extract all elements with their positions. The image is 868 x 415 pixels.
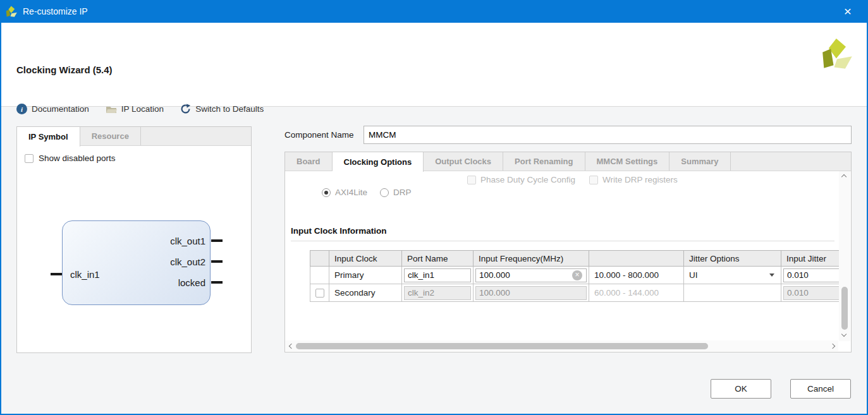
- horizontal-scroll-thumb[interactable]: [296, 343, 708, 349]
- axi4lite-option[interactable]: AXI4Lite: [322, 188, 367, 197]
- clocking-options-panel: Board Clocking Options Output Clocks Por…: [284, 152, 852, 352]
- close-icon[interactable]: ×: [835, 0, 860, 23]
- scroll-down-icon[interactable]: [841, 332, 847, 337]
- tab-mmcm-settings[interactable]: MMCM Settings: [585, 152, 670, 171]
- locked-stub: [211, 281, 223, 284]
- secondary-input-jitter-input: [783, 286, 840, 300]
- port-clk-out1: clk_out1: [157, 236, 205, 246]
- secondary-frequency-range: 60.000 - 144.000: [589, 284, 684, 302]
- primary-jitter-options-cell: UI: [684, 267, 781, 284]
- jitter-options-value: UI: [689, 270, 698, 280]
- table-header-row: Input Clock Port Name Input Frequency(MH…: [310, 251, 840, 267]
- show-disabled-ports[interactable]: Show disabled ports: [25, 153, 116, 163]
- table-row-secondary: Secondary 60.000 - 144.000: [310, 284, 840, 302]
- section-divider: [291, 241, 834, 241]
- tab-board[interactable]: Board: [285, 152, 333, 171]
- tab-ip-symbol[interactable]: IP Symbol: [17, 127, 80, 147]
- show-disabled-ports-checkbox[interactable]: [25, 154, 34, 163]
- tab-resource[interactable]: Resource: [80, 127, 141, 145]
- ip-location-label: IP Location: [121, 104, 164, 114]
- secondary-select-cell: [310, 284, 329, 302]
- tab-output-clocks[interactable]: Output Clocks: [424, 152, 503, 171]
- chevron-down-icon: [769, 274, 774, 277]
- show-disabled-ports-label: Show disabled ports: [39, 153, 116, 163]
- info-icon: i: [16, 104, 27, 114]
- phase-duty-cycle-config-label: Phase Duty Cycle Config: [480, 175, 575, 184]
- ip-location-button[interactable]: IP Location: [106, 104, 164, 114]
- select-column-header: [310, 251, 329, 267]
- port-name-column-header: Port Name: [402, 251, 474, 267]
- ip-symbol-panel: IP Symbol Resource Show disabled ports c…: [16, 126, 252, 353]
- jitter-options-dropdown[interactable]: UI: [684, 267, 781, 284]
- primary-port-name-cell: [402, 267, 474, 284]
- secondary-jitter-options-cell: [684, 284, 781, 302]
- primary-port-name-input[interactable]: [404, 268, 471, 282]
- drp-label: DRP: [393, 188, 412, 197]
- vertical-scrollbar[interactable]: [839, 171, 850, 341]
- switch-to-defaults-button[interactable]: Switch to Defaults: [180, 104, 264, 114]
- title-bar: Re-customize IP ×: [0, 0, 868, 23]
- phase-duty-cycle-config-checkbox[interactable]: [467, 176, 476, 184]
- port-locked: locked: [157, 277, 205, 288]
- clk-out2-stub: [211, 260, 223, 263]
- right-tabstrip: Board Clocking Options Output Clocks Por…: [285, 152, 851, 171]
- tab-clocking-options[interactable]: Clocking Options: [333, 152, 424, 172]
- dialog-header: Clocking Wizard (5.4) i Documentation IP…: [1, 23, 867, 107]
- primary-frequency-input[interactable]: [475, 268, 587, 282]
- primary-frequency-cell: ×: [474, 267, 589, 284]
- drp-radio[interactable]: [380, 188, 389, 197]
- input-clock-column-header: Input Clock: [329, 251, 402, 267]
- input-frequency-column-header: Input Frequency(MHz): [474, 251, 589, 267]
- interface-radio-group: AXI4Lite DRP: [322, 188, 412, 197]
- xilinx-logo-icon: [6, 6, 18, 18]
- primary-input-jitter-cell: [781, 267, 840, 284]
- clk-in1-stub: [51, 273, 62, 275]
- secondary-input-jitter-cell: [781, 284, 840, 302]
- toolbar: i Documentation IP Location Switch to De…: [16, 104, 264, 114]
- input-clock-table: Input Clock Port Name Input Frequency(MH…: [310, 250, 840, 302]
- switch-to-defaults-label: Switch to Defaults: [195, 104, 264, 114]
- secondary-frequency-cell: [474, 284, 589, 302]
- write-drp-registers[interactable]: Write DRP registers: [589, 175, 678, 184]
- documentation-button[interactable]: i Documentation: [16, 104, 89, 114]
- ok-button[interactable]: OK: [711, 379, 771, 399]
- folder-icon: [106, 105, 117, 114]
- write-drp-registers-label: Write DRP registers: [602, 175, 678, 184]
- secondary-enable-checkbox[interactable]: [315, 289, 324, 298]
- phase-duty-cycle-config[interactable]: Phase Duty Cycle Config: [467, 175, 575, 184]
- tab-summary[interactable]: Summary: [669, 152, 730, 171]
- recustomize-ip-dialog: Re-customize IP × Clocking Wizard (5.4) …: [0, 0, 868, 415]
- frequency-range-column-header: [589, 251, 684, 267]
- cancel-button[interactable]: Cancel: [790, 379, 851, 399]
- scroll-right-icon[interactable]: [830, 343, 835, 348]
- vertical-scroll-thumb[interactable]: [841, 287, 848, 330]
- secondary-port-name-cell: [402, 284, 474, 302]
- primary-frequency-range: 10.000 - 800.000: [589, 267, 684, 284]
- drp-option[interactable]: DRP: [380, 188, 412, 197]
- axi4lite-label: AXI4Lite: [335, 188, 367, 197]
- clk-out1-stub: [211, 239, 223, 242]
- documentation-label: Documentation: [32, 104, 89, 114]
- primary-select-cell: [310, 267, 329, 284]
- table-row-primary: Primary × 10.000 - 800.000 UI: [310, 267, 840, 284]
- horizontal-scrollbar[interactable]: [286, 340, 838, 351]
- component-name-input[interactable]: [364, 126, 852, 144]
- input-jitter-column-header: Input Jitter: [781, 251, 840, 267]
- tab-port-renaming[interactable]: Port Renaming: [503, 152, 585, 171]
- window-title: Re-customize IP: [23, 6, 88, 16]
- left-tabstrip: IP Symbol Resource: [17, 127, 251, 146]
- secondary-frequency-input: [475, 286, 587, 300]
- scroll-left-icon[interactable]: [289, 343, 294, 348]
- port-clk-out2: clk_out2: [157, 256, 205, 267]
- write-drp-registers-checkbox[interactable]: [589, 176, 598, 184]
- drp-option-checkboxes: Phase Duty Cycle Config Write DRP regist…: [467, 175, 678, 184]
- primary-input-clock: Primary: [329, 267, 402, 284]
- xilinx-logo: [821, 37, 854, 72]
- scroll-up-icon[interactable]: [841, 174, 847, 179]
- axi4lite-radio[interactable]: [322, 188, 331, 197]
- page-title: Clocking Wizard (5.4): [16, 64, 113, 75]
- input-clock-table-wrap: Input Clock Port Name Input Frequency(MH…: [310, 250, 840, 302]
- clear-icon[interactable]: ×: [572, 270, 582, 280]
- refresh-icon: [180, 104, 191, 114]
- primary-input-jitter-input[interactable]: [783, 268, 840, 282]
